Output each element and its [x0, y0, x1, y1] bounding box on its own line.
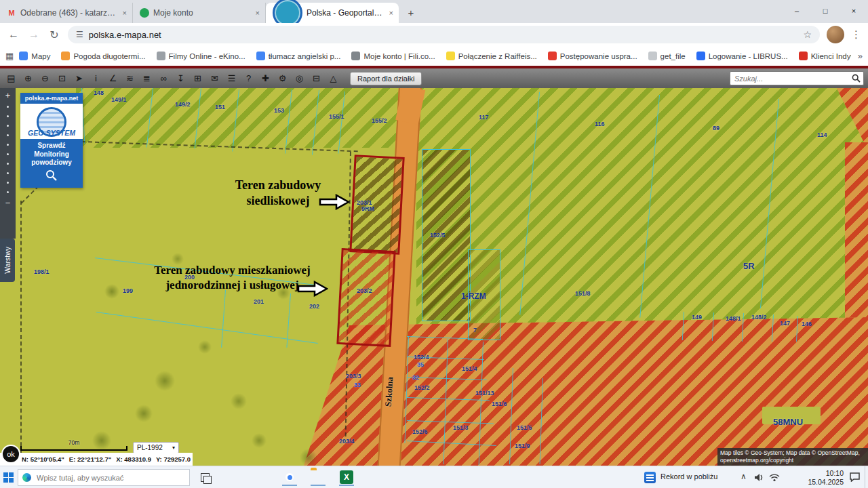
coordinates-readout: N: 52°10'05.4" E: 22°21'12.7" X: 483310.…	[0, 453, 193, 466]
bookmark-favicon	[61, 52, 70, 60]
crs-dropdown[interactable]: PL-1992 ▾	[133, 442, 179, 453]
path-icon[interactable]: ≋	[123, 71, 137, 85]
info-icon[interactable]: i	[89, 71, 103, 85]
map-search-box[interactable]	[730, 71, 864, 85]
tab-close-icon[interactable]: ×	[121, 9, 128, 17]
locate-icon[interactable]: ◎	[292, 71, 307, 85]
map-toolbar-icons: ▤⊕⊖⊡➤i∠≋≣∞↧⊞✉☰?✚⚙◎⊟△	[4, 71, 340, 85]
map-attribution: Map tiles © Geo-System; Map data © OpenS…	[717, 448, 868, 466]
reload-icon[interactable]: ↻	[47, 28, 61, 41]
geo-system-logo-panel[interactable]: polska.e-mapa.net GEO-SYSTEM Sprawdź Mon…	[20, 93, 83, 188]
apps-grid-icon[interactable]: ▦	[5, 51, 14, 61]
measure-icon[interactable]: ∠	[106, 71, 120, 85]
edge-icon[interactable]	[225, 470, 241, 486]
banner-line: Monitoring	[20, 150, 83, 159]
settings-icon[interactable]: ⚙	[275, 71, 290, 85]
bookmark-favicon	[157, 52, 165, 60]
file-explorer-icon[interactable]	[311, 470, 327, 486]
back-icon[interactable]: ←	[7, 28, 20, 41]
browser-tab-strip: M Odebrane (463) - katarzynakuc × Moje k…	[0, 0, 868, 23]
pointer-icon[interactable]: ➤	[72, 71, 86, 85]
parcel-label: 117	[479, 114, 489, 121]
bookmark-favicon	[648, 52, 657, 60]
task-view-icon[interactable]	[201, 473, 210, 482]
bookmark-star-icon[interactable]: ☆	[803, 29, 812, 40]
marker-icon[interactable]: ↧	[174, 71, 188, 85]
cart-icon[interactable]: ⊟	[309, 71, 323, 85]
address-bar[interactable]: ☰ polska.e-mapa.net ☆	[68, 26, 820, 43]
bookmark-item[interactable]: get_file	[648, 52, 686, 60]
browser-menu-icon[interactable]: ⋮	[851, 28, 861, 41]
tab-gmail[interactable]: M Odebrane (463) - katarzynakuc ×	[0, 3, 133, 23]
add-icon[interactable]: ✚	[258, 71, 273, 85]
selected-parcel-203-2[interactable]	[336, 248, 395, 347]
maximize-button[interactable]: □	[811, 0, 840, 22]
bookmark-item[interactable]: Filmy Online - eKino...	[157, 52, 245, 60]
search-icon[interactable]	[852, 74, 861, 83]
select-area-icon[interactable]: ⊡	[55, 71, 69, 85]
news-widget-icon[interactable]	[644, 472, 656, 483]
layers-icon[interactable]: ▤	[4, 71, 18, 85]
new-tab-button[interactable]: +	[403, 4, 419, 20]
start-button[interactable]	[3, 472, 14, 483]
bookmark-item[interactable]: Klienci Indywidualni...	[799, 52, 851, 60]
bookmark-item[interactable]: Pogoda długotermi...	[61, 52, 145, 60]
layers-panel-label: Warstwy	[3, 247, 12, 274]
taskbar-search-input[interactable]	[35, 473, 185, 483]
warning-icon[interactable]: △	[326, 71, 340, 85]
link-icon[interactable]: ∞	[157, 71, 171, 85]
site-info-icon[interactable]: ☰	[76, 30, 83, 39]
bookmark-item[interactable]: Mapy	[19, 52, 50, 60]
parcel-label: 151/4	[462, 365, 477, 372]
comment-icon[interactable]: ✉	[208, 71, 222, 85]
chrome-icon[interactable]	[282, 470, 298, 486]
forward-icon[interactable]: →	[27, 28, 41, 41]
parcel-label: 155/2	[372, 117, 387, 124]
flood-monitor-banner[interactable]: Sprawdź Monitoring powodziowy	[20, 139, 83, 188]
profile-avatar[interactable]	[827, 26, 844, 43]
bookmark-item[interactable]: Logowanie - LIBRUS...	[696, 52, 788, 60]
ok-badge[interactable]: ok	[1, 445, 20, 464]
app-icon-purple[interactable]	[254, 470, 270, 486]
hatch-icon[interactable]: ☰	[224, 71, 239, 85]
news-widget-label[interactable]: Rekord w pobliżu	[660, 472, 717, 481]
close-button[interactable]: ×	[840, 0, 868, 22]
tab-close-icon[interactable]: ×	[254, 9, 261, 17]
report-parcel-button[interactable]: Raport dla działki	[350, 72, 422, 85]
zoom-in-icon[interactable]: ⊕	[21, 71, 35, 85]
help-icon[interactable]: ?	[241, 71, 256, 85]
taskbar-search-box[interactable]	[18, 469, 190, 486]
bookmarks-overflow-icon[interactable]: »	[858, 51, 863, 61]
bookmark-item[interactable]: tłumacz angielski p...	[256, 52, 341, 60]
excel-icon[interactable]: X	[339, 470, 355, 486]
parcel-label: 58MNU	[773, 417, 803, 427]
site-favicon	[140, 8, 149, 18]
bookmark-item[interactable]: Postępowanie uspra...	[548, 52, 637, 60]
tab-geoportal-active[interactable]: Polska - Geoportal otwartych d ×	[266, 3, 399, 23]
network-icon[interactable]	[769, 473, 780, 482]
bookmark-item[interactable]: Połączenie z Raiffeis...	[446, 52, 537, 60]
tab-close-icon[interactable]: ×	[388, 9, 395, 17]
volume-icon[interactable]	[754, 473, 764, 482]
parcel-label: 146	[802, 321, 812, 327]
parcel-label: 155/1	[329, 113, 344, 120]
taskbar-clock[interactable]: 10:10 15.04.2025	[799, 469, 844, 487]
parcel-label: 9RM	[361, 205, 374, 212]
layers-panel-tab[interactable]: Warstwy	[0, 239, 15, 282]
print-icon[interactable]: ≣	[140, 71, 154, 85]
minimize-button[interactable]: –	[783, 0, 811, 22]
zoom-out-icon[interactable]: ⊖	[38, 71, 52, 85]
extent-icon[interactable]: ⊞	[191, 71, 205, 85]
zoom-in-strip-button[interactable]: +	[5, 91, 11, 100]
tab-moje-konto[interactable]: Moje konto ×	[133, 3, 266, 23]
parcel-label: 151/9	[515, 443, 530, 449]
attribution-link[interactable]: openstreetmap.org/copyright	[720, 457, 865, 464]
zoom-out-strip-button[interactable]: −	[5, 199, 11, 208]
crs-label: PL-1992	[137, 444, 163, 451]
bookmark-item[interactable]: Moje konto | Fili.co...	[351, 52, 435, 60]
show-desktop-button[interactable]	[865, 466, 868, 488]
map-search-input[interactable]	[733, 74, 849, 83]
map-canvas[interactable]: 148149/1149/2151153155/1155/211711689114…	[0, 88, 868, 466]
notifications-icon[interactable]	[849, 472, 861, 482]
hidden-icons-chevron[interactable]: ∧	[741, 472, 747, 481]
